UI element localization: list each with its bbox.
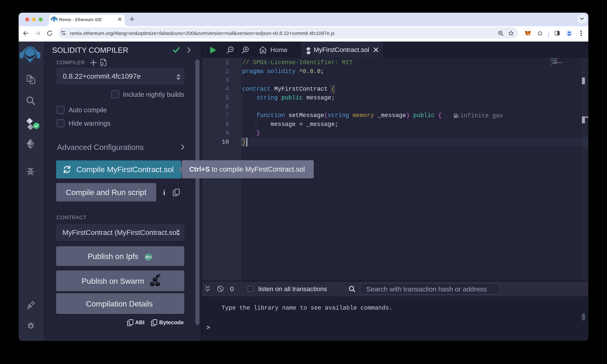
svg-text:IPFS: IPFS xyxy=(146,256,151,259)
